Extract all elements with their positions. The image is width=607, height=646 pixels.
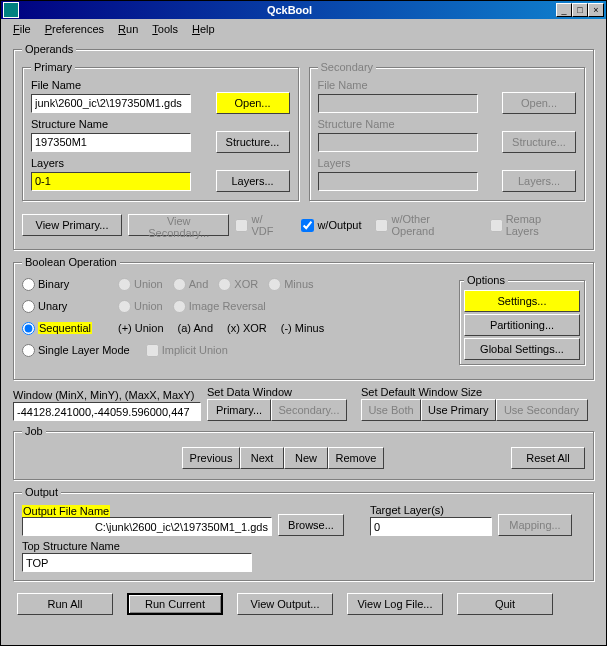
runall-button[interactable]: Run All — [17, 593, 113, 615]
setdata-label: Set Data Window — [207, 386, 347, 398]
remove-button[interactable]: Remove — [328, 447, 384, 469]
secondary-open-button: Open... — [502, 92, 576, 114]
secondary-filename-label: File Name — [318, 79, 577, 91]
target-label: Target Layer(s) — [370, 504, 492, 516]
binary-union-radio: Union — [118, 278, 163, 291]
binary-minus-radio: Minus — [268, 278, 313, 291]
job-legend: Job — [22, 425, 46, 437]
quit-button[interactable]: Quit — [457, 593, 553, 615]
global-settings-button[interactable]: Global Settings... — [464, 338, 580, 360]
useboth-button: Use Both — [361, 399, 421, 421]
options-group: Options Settings... Partitioning... Glob… — [459, 274, 585, 365]
window-secondary-button: Secondary... — [271, 399, 347, 421]
runcurrent-button[interactable]: Run Current — [127, 593, 223, 615]
viewoutput-button[interactable]: View Output... — [237, 593, 333, 615]
target-input[interactable] — [370, 517, 492, 536]
partitioning-button[interactable]: Partitioning... — [464, 314, 580, 336]
secondary-structname-input — [318, 133, 478, 152]
primary-legend: Primary — [31, 61, 75, 73]
minimize-button[interactable]: _ — [556, 3, 572, 17]
binary-radio[interactable]: Binary — [22, 278, 69, 291]
seq-union-label: (+) Union — [118, 322, 164, 334]
job-group: Job Previous Next New Remove Reset All — [13, 425, 594, 480]
seq-xor-label: (x) XOR — [227, 322, 267, 334]
window-title: QckBool — [23, 4, 556, 16]
secondary-layers-button: Layers... — [502, 170, 576, 192]
output-group: Output Output File Name Browse... Target… — [13, 486, 594, 581]
close-button[interactable]: × — [588, 3, 604, 17]
primary-layers-input[interactable] — [31, 172, 191, 191]
operands-group: Operands Primary File Name Open... Struc… — [13, 43, 594, 250]
remap-checkbox: Remap Layers — [490, 213, 577, 237]
previous-button[interactable]: Previous — [182, 447, 240, 469]
primary-structname-label: Structure Name — [31, 118, 290, 130]
menu-help[interactable]: Help — [186, 21, 221, 37]
single-radio[interactable]: Single Layer Mode — [22, 344, 130, 357]
primary-filename-label: File Name — [31, 79, 290, 91]
primary-structname-input[interactable] — [31, 133, 191, 152]
view-secondary-button: View Secondary... — [128, 214, 229, 236]
secondary-layers-label: Layers — [318, 157, 577, 169]
usesecondary-button: Use Secondary — [496, 399, 588, 421]
secondary-filename-input — [318, 94, 478, 113]
resetall-button[interactable]: Reset All — [511, 447, 585, 469]
menu-run[interactable]: Run — [112, 21, 144, 37]
setdefault-label: Set Default Window Size — [361, 386, 588, 398]
view-primary-button[interactable]: View Primary... — [22, 214, 122, 236]
app-icon — [3, 2, 19, 18]
unary-union-radio: Union — [118, 300, 163, 313]
menu-tools[interactable]: Tools — [146, 21, 184, 37]
binary-xor-radio: XOR — [218, 278, 258, 291]
wother-checkbox: w/Other Operand — [375, 213, 475, 237]
output-filename-input[interactable] — [22, 517, 272, 536]
titlebar: QckBool _ □ × — [1, 1, 606, 19]
browse-button[interactable]: Browse... — [278, 514, 344, 536]
seq-minus-label: (-) Minus — [281, 322, 324, 334]
secondary-layers-input — [318, 172, 478, 191]
window-primary-button[interactable]: Primary... — [207, 399, 271, 421]
boolop-legend: Boolean Operation — [22, 256, 120, 268]
implicit-checkbox: Implicit Union — [146, 344, 228, 357]
primary-open-button[interactable]: Open... — [216, 92, 290, 114]
primary-group: Primary File Name Open... Structure Name… — [22, 61, 299, 201]
seq-and-label: (a) And — [178, 322, 213, 334]
secondary-structure-button: Structure... — [502, 131, 576, 153]
window-label: Window (MinX, MinY), (MaxX, MaxY) — [13, 389, 201, 401]
topstruct-input[interactable] — [22, 553, 252, 572]
output-legend: Output — [22, 486, 61, 498]
useprimary-button[interactable]: Use Primary — [421, 399, 496, 421]
secondary-group: Secondary File Name Open... Structure Na… — [309, 61, 586, 201]
secondary-legend: Secondary — [318, 61, 377, 73]
primary-structure-button[interactable]: Structure... — [216, 131, 290, 153]
woutput-checkbox[interactable]: w/Output — [301, 219, 361, 232]
next-button[interactable]: Next — [240, 447, 284, 469]
primary-layers-button[interactable]: Layers... — [216, 170, 290, 192]
operands-legend: Operands — [22, 43, 76, 55]
menu-preferences[interactable]: Preferences — [39, 21, 110, 37]
menu-file[interactable]: File — [7, 21, 37, 37]
binary-and-radio: And — [173, 278, 209, 291]
settings-button[interactable]: Settings... — [464, 290, 580, 312]
unary-imgrev-radio: Image Reversal — [173, 300, 266, 313]
window-input[interactable] — [13, 402, 201, 421]
wvdf-checkbox: w/ VDF — [235, 213, 287, 237]
boolop-group: Boolean Operation Binary Union And XOR M… — [13, 256, 594, 380]
primary-layers-label: Layers — [31, 157, 290, 169]
topstruct-label: Top Structure Name — [22, 540, 585, 552]
options-legend: Options — [464, 274, 508, 286]
maximize-button[interactable]: □ — [572, 3, 588, 17]
new-button[interactable]: New — [284, 447, 328, 469]
viewlog-button[interactable]: View Log File... — [347, 593, 443, 615]
menubar: File Preferences Run Tools Help — [1, 19, 606, 39]
mapping-button: Mapping... — [498, 514, 572, 536]
secondary-structname-label: Structure Name — [318, 118, 577, 130]
sequential-radio[interactable]: Sequential — [22, 322, 92, 335]
unary-radio[interactable]: Unary — [22, 300, 67, 313]
primary-filename-input[interactable] — [31, 94, 191, 113]
output-filename-label: Output File Name — [22, 505, 110, 517]
